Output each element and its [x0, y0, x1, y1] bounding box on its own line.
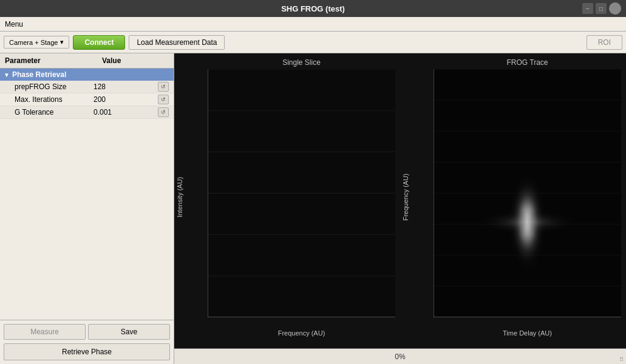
progress-bar-container: 0% ⠿ — [174, 348, 626, 364]
single-slice-area: Intensity (AU) 0 0.2 — [208, 69, 395, 317]
frog-trace-area: Frequency (AU) — [434, 69, 621, 317]
app-title: SHG FROG (test) — [281, 4, 345, 13]
connect-button[interactable]: Connect — [73, 35, 125, 50]
table-row: G Tolerance 0.001 ↺ — [0, 106, 174, 119]
charts-area: Single Slice Intensity (AU) — [174, 53, 626, 348]
menu-item-menu[interactable]: Menu — [5, 20, 23, 29]
reset-maxiter-button[interactable]: ↺ — [158, 95, 169, 104]
param-name-maxiter: Max. Iterations — [15, 95, 94, 104]
close-button[interactable] — [609, 2, 621, 15]
param-value-gtolerance[interactable]: 0.001 — [94, 108, 158, 116]
param-name-gtolerance: G Tolerance — [15, 108, 94, 116]
minimize-button[interactable]: − — [582, 3, 593, 14]
frog-trace-y-label: Frequency (AU) — [402, 174, 409, 221]
load-measurement-button[interactable]: Load Measurement Data — [129, 35, 225, 50]
parameter-tree: ▼ Phase Retrieval prepFROG Size 128 ↺ Ma… — [0, 69, 174, 320]
param-value-prepfrog[interactable]: 128 — [94, 83, 158, 91]
param-header: Parameter Value — [0, 53, 174, 69]
frog-trace-svg: 440 460 480 500 520 540 560 580 100 200 … — [434, 69, 621, 317]
maximize-button[interactable]: □ — [596, 3, 607, 14]
param-value-maxiter[interactable]: 200 — [94, 95, 158, 104]
reset-gtolerance-button[interactable]: ↺ — [158, 107, 169, 117]
roi-button[interactable]: ROI — [587, 35, 622, 50]
title-bar: SHG FROG (test) − □ — [0, 0, 626, 17]
single-slice-chart: Single Slice Intensity (AU) — [174, 53, 400, 348]
retrieve-phase-button[interactable]: Retrieve Phase — [4, 343, 170, 360]
progress-value: 0% — [395, 352, 405, 361]
value-column-header: Value — [97, 55, 126, 66]
single-slice-x-label: Frequency (AU) — [208, 329, 395, 337]
param-name-prepfrog: prepFROG Size — [15, 83, 94, 91]
bottom-buttons: Measure Save — [0, 320, 174, 343]
single-slice-y-label: Intensity (AU) — [176, 177, 183, 217]
parameter-column-header: Parameter — [0, 55, 97, 66]
frog-trace-chart: FROG Trace Frequency (AU) — [400, 53, 626, 348]
main-container: Parameter Value ▼ Phase Retrieval prepFR… — [0, 53, 626, 364]
frog-trace-x-label: Time Delay (AU) — [434, 329, 621, 337]
single-slice-title: Single Slice — [208, 58, 395, 67]
right-panel: Single Slice Intensity (AU) — [174, 53, 626, 364]
frog-trace-title: FROG Trace — [434, 58, 621, 67]
toolbar: Camera + Stage ▾ Connect Load Measuremen… — [0, 32, 626, 53]
save-button[interactable]: Save — [88, 324, 170, 340]
reset-prepfrog-button[interactable]: ↺ — [158, 82, 169, 92]
phase-retrieval-label: Phase Retrieval — [12, 70, 66, 79]
svg-point-51 — [476, 210, 579, 235]
window-controls: − □ — [582, 2, 621, 15]
chevron-down-icon: ▾ — [60, 38, 64, 46]
left-panel: Parameter Value ▼ Phase Retrieval prepFR… — [0, 53, 174, 364]
table-row: Max. Iterations 200 ↺ — [0, 93, 174, 106]
resize-handle-icon[interactable]: ⠿ — [619, 356, 624, 363]
single-slice-svg: 0 0.2 0.4 0.6 0.8 1 -8 -6 -4 -2 0 2 4 — [208, 69, 395, 317]
collapse-arrow-icon: ▼ — [4, 72, 10, 78]
camera-stage-dropdown[interactable]: Camera + Stage ▾ — [4, 36, 69, 49]
camera-stage-label: Camera + Stage — [9, 39, 58, 46]
table-row: prepFROG Size 128 ↺ — [0, 81, 174, 93]
measure-button[interactable]: Measure — [4, 324, 86, 340]
menu-bar: Menu — [0, 17, 626, 32]
phase-retrieval-group-header[interactable]: ▼ Phase Retrieval — [0, 69, 174, 81]
